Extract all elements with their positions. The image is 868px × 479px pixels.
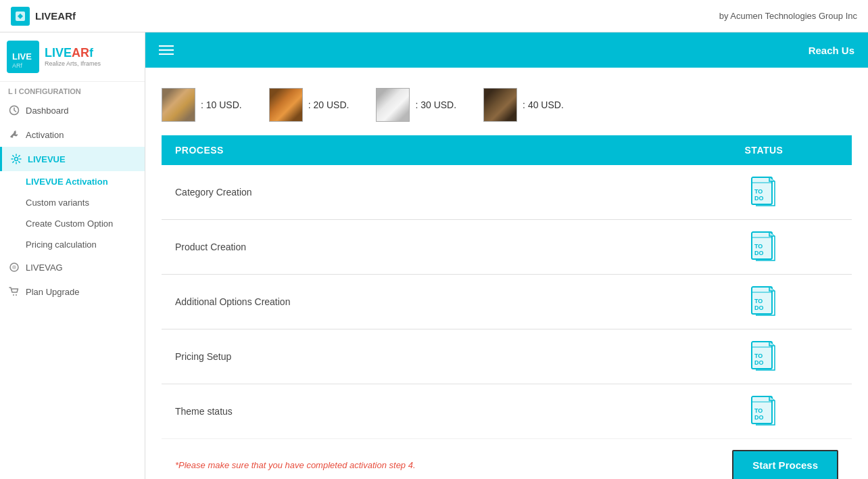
brand-name: LIVEARf <box>45 47 101 60</box>
todo-icon-5: TO DO <box>749 395 779 428</box>
svg-text:DO: DO <box>754 195 764 202</box>
sidebar-sub-create-custom-option-label: Create Custom Option <box>26 219 113 229</box>
frame-item-3: : 30 USD. <box>376 88 456 122</box>
wrench-icon <box>8 129 20 141</box>
process-label-2: Product Creation <box>162 220 676 275</box>
sidebar-sub-pricing-calculation-label: Pricing calculation <box>26 240 97 250</box>
process-label-4: Pricing Setup <box>162 329 676 384</box>
process-label-1: Category Creation <box>162 165 676 220</box>
sidebar-item-livevag-label: LIVEVAG <box>26 263 63 273</box>
frame-thumb-1 <box>162 88 195 122</box>
frame-thumb-4 <box>483 88 517 122</box>
sidebar-item-custom-variants[interactable]: Custom variants <box>0 192 145 213</box>
frame-price-2: : 20 USD. <box>308 99 349 110</box>
status-cell-5: TO DO <box>676 384 852 439</box>
sidebar-item-plan-upgrade[interactable]: Plan Upgrade <box>0 279 145 304</box>
app-title-area: LIVEARf <box>11 7 76 26</box>
frame-price-4: : 40 USD. <box>523 99 564 110</box>
frame-item-1: : 10 USD. <box>162 88 242 122</box>
frame-samples: : 10 USD. : 20 USD. : 30 USD. <box>162 81 852 135</box>
table-row: Theme status TO DO <box>162 384 852 439</box>
svg-text:LIVE: LIVE <box>12 51 32 62</box>
sidebar-config-label: L I Configuration <box>0 82 145 98</box>
svg-text:DO: DO <box>754 304 764 311</box>
circle-icon <box>8 261 20 273</box>
sidebar-item-livevue-label: LIVEVUE <box>28 154 66 164</box>
cart-icon <box>8 286 20 298</box>
top-bar: LIVEARf by Acumen Technologies Group Inc <box>0 0 868 32</box>
sidebar-item-dashboard-label: Dashboard <box>26 106 69 116</box>
sidebar-item-pricing-calculation[interactable]: Pricing calculation <box>0 234 145 255</box>
col-process: PROCESS <box>162 135 676 165</box>
status-cell-2: TO DO <box>676 220 852 275</box>
sidebar-item-activation[interactable]: Activation <box>0 122 145 147</box>
todo-icon-4: TO DO <box>749 340 779 373</box>
process-label-5: Theme status <box>162 384 676 439</box>
frame-price-3: : 30 USD. <box>415 99 456 110</box>
svg-text:DO: DO <box>754 414 764 421</box>
svg-text:DO: DO <box>754 359 764 366</box>
brand-logo: LIVE ARf <box>7 41 39 73</box>
header-bar: Reach Us <box>145 32 868 68</box>
todo-icon-3: TO DO <box>749 286 779 318</box>
process-label-3: Additional Options Creation <box>162 275 676 329</box>
frame-item-2: : 20 USD. <box>269 88 349 122</box>
table-row: Additional Options Creation TO DO <box>162 275 852 329</box>
sidebar-item-activation-label: Activation <box>26 130 64 140</box>
frame-item-4: : 40 USD. <box>483 88 564 122</box>
svg-text:TO: TO <box>754 298 763 304</box>
svg-text:TO: TO <box>754 243 763 250</box>
sidebar-item-livevue-activation[interactable]: LIVEVUE Activation <box>0 171 145 192</box>
svg-point-7 <box>12 265 16 269</box>
todo-icon-2: TO DO <box>749 231 779 263</box>
brand-text-area: LIVEARf Realize Arts, Iframes <box>45 47 101 67</box>
start-process-button[interactable]: Start Process <box>732 450 838 479</box>
svg-text:ARf: ARf <box>12 62 23 69</box>
status-cell-4: TO DO <box>676 329 852 384</box>
hamburger-menu[interactable] <box>159 45 174 55</box>
svg-text:DO: DO <box>754 250 764 256</box>
svg-point-8 <box>13 294 14 296</box>
frame-thumb-3 <box>376 88 410 122</box>
sidebar-item-dashboard[interactable]: Dashboard <box>0 98 145 122</box>
sidebar-item-livevag[interactable]: LIVEVAG <box>0 255 145 279</box>
todo-icon-1: TO DO <box>749 176 779 208</box>
sidebar-sub-custom-variants-label: Custom variants <box>26 198 89 208</box>
svg-point-5 <box>15 158 18 161</box>
frame-price-1: : 10 USD. <box>201 99 242 110</box>
brand-tagline: Realize Arts, Iframes <box>45 60 101 67</box>
main-area: Reach Us : 10 USD. : 20 USD. <box>145 32 868 479</box>
svg-text:TO: TO <box>754 188 763 195</box>
table-row: Pricing Setup TO DO <box>162 329 852 384</box>
svg-text:TO: TO <box>754 352 763 359</box>
by-line: by Acumen Technologies Group Inc <box>719 11 857 21</box>
sidebar-item-plan-upgrade-label: Plan Upgrade <box>26 287 80 297</box>
table-row: Category Creation TO DO <box>162 165 852 220</box>
settings-icon <box>10 153 22 165</box>
svg-point-9 <box>16 294 17 296</box>
bottom-row: *Please make sure that you have complete… <box>162 438 852 479</box>
table-row: Product Creation TO DO <box>162 220 852 275</box>
frame-thumb-2 <box>269 88 303 122</box>
svg-text:TO: TO <box>754 407 763 414</box>
sidebar-item-create-custom-option[interactable]: Create Custom Option <box>0 213 145 234</box>
sidebar-brand: LIVE ARf LIVEARf Realize Arts, Iframes <box>0 32 145 82</box>
content-inner: : 10 USD. : 20 USD. : 30 USD. <box>145 68 868 479</box>
content-area: : 10 USD. : 20 USD. : 30 USD. <box>145 68 868 479</box>
status-cell-3: TO DO <box>676 275 852 329</box>
sidebar: LIVE ARf LIVEARf Realize Arts, Iframes L… <box>0 32 145 479</box>
process-table: PROCESS STATUS Category Creation <box>162 135 852 438</box>
warning-text: *Please make sure that you have complete… <box>175 460 416 470</box>
table-header-row: PROCESS STATUS <box>162 135 852 165</box>
sidebar-sub-livevue-activation-label: LIVEVUE Activation <box>26 177 108 187</box>
top-logo-icon <box>11 7 30 26</box>
reach-us-button[interactable]: Reach Us <box>809 45 854 56</box>
clock-icon <box>8 104 20 116</box>
col-status: STATUS <box>676 135 852 165</box>
sidebar-item-livevue[interactable]: LIVEVUE <box>0 147 145 171</box>
app-name: LIVEARf <box>35 10 76 22</box>
status-cell-1: TO DO <box>676 165 852 220</box>
